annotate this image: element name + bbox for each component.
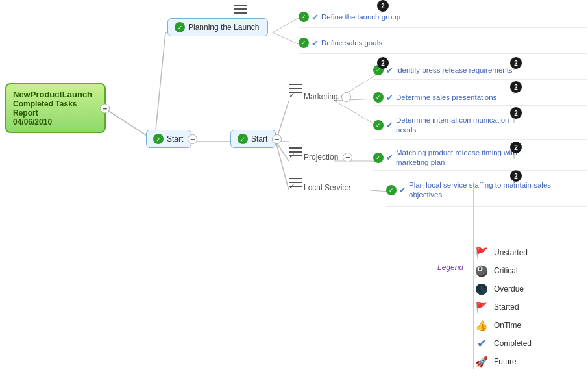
task3-label: Identify press release requirements — [396, 66, 513, 75]
legend-overdue-label: Overdue — [494, 284, 524, 293]
task2-label: Define sales goals — [321, 38, 382, 48]
start-node-1: ✓ Start − — [146, 130, 191, 148]
start2-collapse[interactable]: − — [272, 134, 282, 144]
started-icon: 🚩 — [474, 300, 489, 314]
task-sales-presentations: ✓ ✔ Determine sales presentations — [373, 92, 496, 103]
task-define-launch-group: ✓ ✔ Define the launch group — [299, 12, 400, 22]
legend-critical-label: Critical — [494, 266, 518, 275]
legend-item-critical: 🎱 Critical — [474, 262, 585, 280]
projection-collapse[interactable]: − — [343, 153, 352, 162]
legend-unstarted-label: Unstarted — [494, 248, 528, 257]
planning-node: ✓ Planning the Launch — [167, 18, 268, 36]
svg-line-1 — [156, 32, 165, 130]
priority-badge-2: 2 — [377, 57, 389, 69]
start1-label: Start — [167, 134, 183, 143]
report-title: NewProductLaunch — [13, 90, 98, 99]
task6-complete-icon: ✔ — [386, 153, 393, 162]
task5-complete-icon: ✔ — [386, 120, 393, 130]
projection-check: ✓ — [289, 151, 300, 163]
task7-complete-icon: ✔ — [399, 185, 406, 195]
priority-badge-5: 2 — [510, 107, 522, 119]
start1-check: ✓ — [153, 134, 164, 144]
task2-complete-icon: ✔ — [312, 38, 319, 48]
legend-future-label: Future — [494, 357, 517, 366]
planning-check: ✓ — [175, 22, 185, 32]
start-node-2: ✓ Start − — [230, 130, 276, 148]
legend-item-ontime: 👍 OnTime — [474, 316, 585, 334]
svg-line-10 — [334, 101, 376, 125]
future-icon: 🚀 — [474, 354, 489, 369]
local-service-branch: ✓ Local Service — [289, 182, 350, 193]
legend-title: Legend — [437, 263, 463, 272]
priority-badge-6: 2 — [510, 142, 522, 153]
svg-line-6 — [276, 142, 289, 161]
task4-label: Determine sales presentations — [396, 93, 496, 103]
legend-completed-label: Completed — [494, 339, 532, 348]
local-service-check: ✓ — [289, 182, 300, 193]
projection-label: Projection — [304, 153, 338, 162]
marketing-collapse[interactable]: − — [341, 92, 351, 102]
priority-badge-3: 2 — [510, 57, 522, 69]
legend-item-unstarted: 🚩 Unstarted — [474, 243, 585, 262]
legend-item-overdue: 🌑 Overdue — [474, 280, 585, 298]
task5-check: ✓ — [373, 120, 384, 130]
marketing-check: ✓ — [289, 91, 300, 103]
task7-check: ✓ — [386, 185, 397, 195]
priority-badge-4: 2 — [510, 81, 522, 93]
svg-line-7 — [276, 142, 289, 190]
task5-label: Determine internal communication needs — [396, 116, 516, 135]
marketing-branch: ✓ Marketing − — [289, 91, 351, 103]
task4-complete-icon: ✔ — [386, 93, 393, 103]
svg-line-13 — [273, 18, 299, 32]
legend-box: 🚩 Unstarted 🎱 Critical 🌑 Overdue 🚩 Start… — [474, 243, 585, 371]
local-service-label: Local Service — [304, 183, 350, 192]
task-internal-communication: ✓ ✔ Determine internal communication nee… — [373, 116, 516, 135]
task4-check: ✓ — [373, 92, 384, 103]
task7-label: Plan local service staffing to maintain … — [409, 180, 552, 200]
unstarted-icon: 🚩 — [474, 245, 489, 260]
priority-badge-7: 2 — [510, 170, 522, 182]
start2-label: Start — [251, 134, 267, 143]
svg-line-14 — [273, 32, 299, 44]
legend-ontime-label: OnTime — [494, 321, 521, 330]
ontime-icon: 👍 — [474, 318, 489, 332]
projection-branch: ✓ Projection − — [289, 151, 352, 163]
task1-check: ✓ — [299, 12, 309, 22]
task6-check: ✓ — [373, 153, 384, 163]
completed-icon: ✔ — [474, 336, 489, 351]
priority-badge-1: 2 — [377, 0, 389, 12]
legend-item-completed: ✔ Completed — [474, 334, 585, 353]
marketing-label: Marketing — [304, 92, 338, 101]
overdue-icon: 🌑 — [474, 282, 489, 296]
legend-item-started: 🚩 Started — [474, 298, 585, 316]
start2-check: ✓ — [238, 134, 248, 144]
legend-item-future: 🚀 Future — [474, 353, 585, 371]
report-date: 04/06/2010 — [13, 118, 98, 127]
task-local-service-staffing: ✓ ✔ Plan local service staffing to maint… — [386, 180, 552, 200]
critical-icon: 🎱 — [474, 264, 489, 278]
report-collapse-button[interactable]: − — [100, 103, 110, 113]
planning-label: Planning the Launch — [188, 23, 259, 32]
task2-check: ✓ — [299, 38, 309, 48]
start1-collapse[interactable]: − — [188, 134, 197, 144]
task1-label: Define the launch group — [321, 12, 400, 22]
task-define-sales-goals: ✓ ✔ Define sales goals — [299, 38, 382, 48]
report-subtitle: Completed Tasks Report — [13, 99, 98, 118]
legend-started-label: Started — [494, 303, 519, 312]
task1-complete-icon: ✔ — [312, 12, 319, 22]
report-box: NewProductLaunch Completed Tasks Report … — [5, 83, 106, 133]
task-press-release: ✓ ✔ Identify press release requirements — [373, 65, 513, 75]
